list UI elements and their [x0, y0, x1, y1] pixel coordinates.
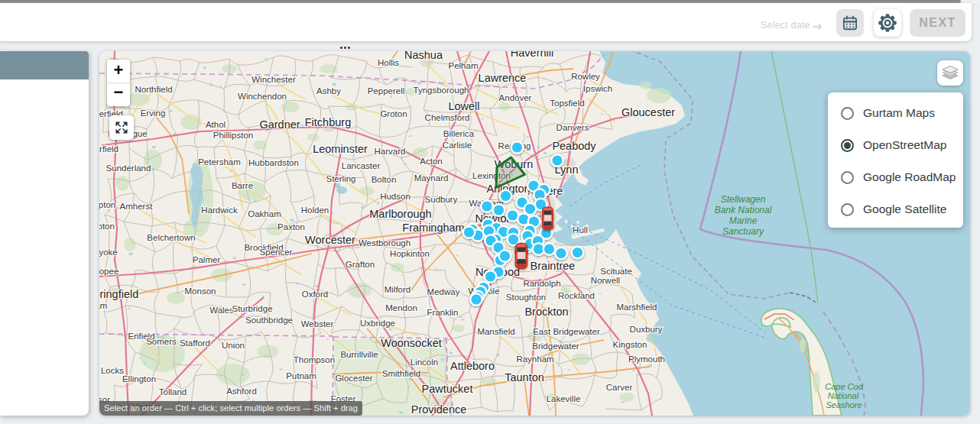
svg-text:Webster: Webster [301, 319, 334, 329]
svg-text:Ipswich: Ipswich [583, 84, 612, 93]
svg-text:Pelham: Pelham [449, 61, 479, 70]
svg-text:Holyoke: Holyoke [99, 248, 118, 257]
svg-text:Leominster: Leominster [313, 143, 368, 155]
svg-text:Raynham: Raynham [516, 354, 553, 364]
svg-text:Hubbardston: Hubbardston [248, 158, 299, 167]
svg-text:Framingham: Framingham [402, 222, 464, 234]
svg-text:Lincoln: Lincoln [410, 358, 438, 367]
svg-text:Belchertown: Belchertown [147, 233, 195, 242]
svg-text:Peabody: Peabody [552, 140, 596, 152]
svg-text:Pepperell: Pepperell [368, 86, 405, 95]
svg-text:Winchendon: Winchendon [238, 92, 287, 101]
svg-text:Barre: Barre [232, 181, 253, 190]
svg-text:Brockton: Brockton [524, 306, 568, 318]
svg-text:Somers: Somers [146, 337, 177, 346]
svg-text:Ashford: Ashford [226, 387, 257, 396]
svg-text:Hull: Hull [573, 225, 588, 235]
svg-text:Taunton: Taunton [505, 371, 544, 384]
svg-text:Hollis: Hollis [378, 58, 399, 67]
svg-text:Sudbury: Sudbury [425, 195, 458, 204]
svg-text:Topsfield: Topsfield [550, 99, 584, 108]
svg-text:Sunderland: Sunderland [106, 163, 151, 173]
svg-text:Deerfield: Deerfield [99, 144, 118, 154]
svg-text:Plymouth: Plymouth [628, 354, 665, 364]
svg-text:Southbridge: Southbridge [245, 316, 293, 325]
svg-text:Stafford: Stafford [180, 338, 210, 348]
svg-text:Mendon: Mendon [385, 303, 417, 312]
svg-text:Ellington: Ellington [122, 374, 156, 384]
svg-text:Pawtucket: Pawtucket [422, 383, 473, 395]
svg-text:Glocester: Glocester [335, 374, 372, 383]
svg-text:Petersham: Petersham [198, 157, 241, 167]
svg-text:Westborough: Westborough [359, 238, 410, 248]
svg-text:Woonsocket: Woonsocket [381, 337, 442, 349]
svg-text:Sterling: Sterling [326, 174, 356, 183]
svg-text:Athol: Athol [206, 120, 226, 129]
svg-text:Groton: Groton [380, 109, 407, 118]
svg-text:Oakham: Oakham [248, 209, 281, 218]
svg-text:Agawam: Agawam [99, 301, 107, 310]
svg-text:Haverhill: Haverhill [511, 51, 553, 59]
svg-text:Gardner: Gardner [259, 118, 300, 131]
svg-text:Attleboro: Attleboro [450, 360, 495, 372]
svg-text:Rowley: Rowley [571, 72, 600, 81]
svg-text:Kingston: Kingston [613, 340, 647, 349]
svg-text:Gloucester: Gloucester [621, 106, 675, 118]
svg-text:Marine: Marine [729, 215, 758, 226]
svg-text:Lowell: Lowell [448, 100, 479, 112]
svg-text:Harvard: Harvard [375, 147, 406, 156]
svg-text:Braintree: Braintree [531, 260, 576, 272]
svg-text:Burrillville: Burrillville [340, 350, 378, 359]
svg-text:Lawrence: Lawrence [479, 72, 527, 84]
svg-text:Andover: Andover [499, 93, 532, 102]
svg-text:Northfield: Northfield [135, 85, 172, 94]
svg-text:Northampton: Northampton [99, 200, 115, 209]
svg-text:Lancaster: Lancaster [342, 161, 381, 170]
svg-text:Thompson: Thompson [294, 355, 335, 364]
svg-text:Tyngsborough: Tyngsborough [414, 86, 469, 95]
svg-text:Milford: Milford [385, 285, 411, 294]
svg-text:Sturbridge: Sturbridge [232, 304, 272, 313]
svg-text:Amherst: Amherst [120, 202, 154, 211]
svg-text:East Bridgewater: East Bridgewater [533, 327, 600, 336]
svg-text:Spencer: Spencer [260, 248, 293, 257]
svg-text:Bank National: Bank National [715, 205, 772, 215]
svg-text:Nashua: Nashua [404, 51, 443, 61]
svg-text:Hudson: Hudson [380, 192, 410, 201]
svg-text:Grafton: Grafton [346, 260, 375, 269]
svg-text:Oxford: Oxford [302, 290, 329, 299]
svg-text:Hardwick: Hardwick [201, 206, 238, 215]
svg-text:Duxbury: Duxbury [630, 325, 663, 334]
svg-text:Maynard: Maynard [414, 173, 449, 183]
svg-text:Palmer: Palmer [193, 255, 221, 264]
svg-text:Carlisle: Carlisle [443, 141, 472, 150]
svg-text:Seashore: Seashore [826, 400, 862, 409]
svg-text:Providence: Providence [411, 403, 467, 416]
svg-text:Bridgewater: Bridgewater [532, 341, 579, 351]
svg-text:Mansfield: Mansfield [477, 327, 514, 336]
svg-text:Winchester: Winchester [251, 75, 296, 84]
svg-text:Rockland: Rockland [558, 291, 595, 300]
svg-text:Fitchburg: Fitchburg [305, 116, 351, 128]
svg-text:Smithfield: Smithfield [382, 369, 421, 378]
svg-text:Stoughton: Stoughton [506, 293, 546, 302]
svg-text:Springfield: Springfield [99, 288, 138, 300]
svg-text:Stellwagen: Stellwagen [721, 194, 766, 205]
svg-text:Cape Cod: Cape Cod [825, 382, 863, 391]
svg-text:Carver: Carver [606, 383, 633, 392]
svg-text:Bolton: Bolton [372, 175, 397, 184]
svg-text:Marlborough: Marlborough [369, 208, 431, 220]
svg-text:Easthampton: Easthampton [99, 222, 115, 231]
svg-text:Franklin: Franklin [427, 308, 459, 317]
svg-text:Lakeville: Lakeville [547, 394, 581, 403]
svg-text:Danvers: Danvers [557, 123, 589, 132]
svg-text:Norwell: Norwell [591, 276, 620, 285]
svg-text:Holden: Holden [301, 206, 329, 215]
svg-text:Medway: Medway [427, 287, 460, 296]
svg-text:Uxbridge: Uxbridge [360, 319, 395, 328]
svg-text:Hopkinton: Hopkinton [390, 249, 430, 258]
svg-text:National: National [828, 391, 859, 400]
svg-text:Putnam: Putnam [286, 371, 316, 380]
svg-text:Scituate: Scituate [600, 267, 632, 276]
svg-text:Acton: Acton [420, 157, 442, 166]
